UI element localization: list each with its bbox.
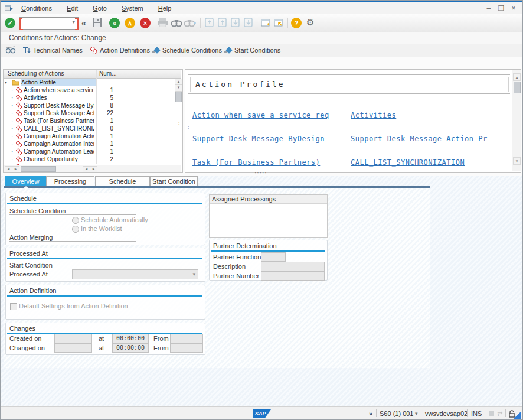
display-change-icon[interactable] [5,46,16,56]
partner-number-field[interactable] [261,271,325,281]
panel-splitter-grip[interactable]: ⋮ [186,124,191,129]
system-dropdown-icon[interactable]: ▾ [415,407,418,420]
action-profile-panel: Action Profile Action when save a servic… [185,69,521,173]
partner-function-field[interactable] [261,252,286,262]
tree-scroll-down[interactable]: ▾ [175,84,182,92]
tree-item-label[interactable]: Support Desk Message ByDes [24,102,94,109]
new-session-icon[interactable] [261,18,272,28]
profile-scroll-down[interactable]: ▾ [513,157,521,165]
tree-header-num[interactable]: Num... [99,70,116,78]
action-definitions-button[interactable]: Action Definitions [100,44,150,57]
tree-item-label[interactable]: Support Desk Message Action [24,109,94,117]
tree-item-label[interactable]: Campaign Automation Intern [24,140,94,148]
command-dropdown-icon[interactable]: ▾ [72,19,75,25]
num-hscroll-right[interactable]: ▸ [90,166,97,172]
tree-item-label[interactable]: Campaign Automation Lead [24,148,94,155]
status-expand-icon[interactable]: » [369,407,372,420]
description-field [261,262,325,271]
partner-number-label: Partner Number [213,272,259,279]
close-button[interactable]: × [508,2,519,14]
tree-row[interactable]: · Support Desk Message Action 22 [4,109,174,117]
back-icon[interactable]: « [109,18,120,28]
tree-item-label[interactable]: CALL_LIST_SYNCHRONIZATI [24,125,94,132]
tree-item-num: 1 [96,86,113,94]
profile-link[interactable]: Support Desk Message Action Pr [351,135,488,143]
profile-link[interactable]: CALL_LIST_SYNCHRONIZATION [351,158,465,167]
menu-goto[interactable]: Goto [93,2,107,14]
enter-icon[interactable]: ✓ [5,18,15,28]
pane-splitter-handle[interactable]: ····· [254,170,267,176]
schedule-conditions-button[interactable]: Schedule Conditions [162,44,222,57]
minimize-button[interactable]: – [483,2,494,14]
resize-corner[interactable] [514,412,521,419]
tree-item-label[interactable]: Task (For Business Partners) [24,117,94,125]
profile-scroll-up[interactable]: ▴ [513,73,521,81]
technical-names-button[interactable]: Technical Names [33,44,83,57]
tree-item-num: 2 [96,155,113,163]
tree-row[interactable]: · CALL_LIST_SYNCHRONIZATI 0 [4,125,174,132]
tree-item-label[interactable]: Action when save a service re [24,86,94,94]
tree-scrollbar-thumb[interactable] [175,92,182,102]
menu-system[interactable]: System [122,2,143,14]
save-icon[interactable] [92,18,102,29]
tree-splitter-grip[interactable]: ⋮ [176,122,181,124]
in-the-worklist-label: In the Worklist [81,225,122,232]
customize-layout-icon[interactable]: ⚙ [306,17,314,28]
system-menu-icon[interactable] [5,5,13,13]
find-icon[interactable] [171,18,182,28]
cancel-icon[interactable]: × [140,18,151,28]
tree-expand-icon[interactable]: ▾ [5,79,7,86]
tree-root-row[interactable]: ▾ Action Profile [4,79,174,86]
assigned-processings-header: Assigned Processings [210,195,327,204]
tree-item-label[interactable]: Channel Opportunity [24,155,94,163]
tree-root-label[interactable]: Action Profile [21,79,96,86]
profile-link[interactable]: Activities [351,111,396,119]
exit-icon[interactable]: ∧ [125,18,135,28]
help-icon[interactable]: ? [291,18,302,28]
tree-row[interactable]: · Campaign Automation Activit 1 [4,132,174,140]
command-field[interactable]: ▾ [19,17,79,30]
profile-scrollbar-thumb[interactable] [514,82,521,93]
profile-link[interactable]: Action when save a service req [192,111,329,119]
profile-link[interactable]: Support Desk Message ByDesign [192,135,325,143]
action-definition-group: Action Definition Default Settings from … [5,285,205,320]
create-shortcut-icon[interactable] [274,18,285,28]
menu-help[interactable]: Help [158,2,172,14]
default-settings-checkbox[interactable] [10,303,17,310]
menu-conditions[interactable]: Conditions [21,2,52,14]
tree-row[interactable]: · Action when save a service re 1 [4,86,174,94]
in-the-worklist-radio[interactable] [72,226,79,233]
tree-item-label[interactable]: Campaign Automation Activit [24,132,94,140]
menu-edit[interactable]: Edit [67,2,78,14]
collapse-toolbar-icon[interactable]: « [81,18,86,28]
host-name: vwsvdevsap02 [425,407,468,420]
maximize-button[interactable]: ❐ [496,2,506,14]
tree-row[interactable]: · Activities 5 [4,94,174,102]
tree-item-label[interactable]: Activities [24,94,94,102]
transfer-icon: ⇄ [497,407,502,420]
tree-row[interactable]: · Support Desk Message ByDes 8 [4,102,174,109]
tree-hscrollbar-thumb[interactable] [21,166,56,172]
tree-row[interactable]: · Campaign Automation Intern 1 [4,140,174,148]
page-title: Conditions for Actions: Change [9,32,106,44]
tree-row[interactable]: · Channel Opportunity 2 [4,155,174,163]
window-controls: – ❐ × [483,2,519,14]
start-conditions-button[interactable]: Start Conditions [234,44,280,57]
schedule-group-title: Schedule [9,195,37,202]
tree-row[interactable]: · Task (For Business Partners) 1 [4,117,174,125]
tree-row[interactable]: · Campaign Automation Lead 1 [4,148,174,155]
tree-hscroll-right[interactable]: ▸ [12,166,19,172]
schedule-automatically-radio[interactable] [72,217,79,224]
insert-mode-indicator[interactable]: INS [471,407,482,420]
profile-link[interactable]: Task (For Business Partners) [192,158,320,167]
command-input[interactable] [22,18,70,28]
created-on-label: Created on [9,335,41,342]
dropdown-chevron-icon: ▾ [192,271,195,277]
tree-header-name[interactable]: Scheduling of Actions [8,70,64,78]
first-page-icon [205,18,214,28]
processed-at-dropdown[interactable]: ▾ [72,269,198,279]
schedule-group: Schedule Schedule Condition Schedule Aut… [5,193,205,245]
system-session-info[interactable]: S60 (1) 001 [380,407,413,420]
changes-group: Changes Created on at 00:00:00 From Chan… [5,323,205,355]
created-at-label: at [99,335,104,342]
